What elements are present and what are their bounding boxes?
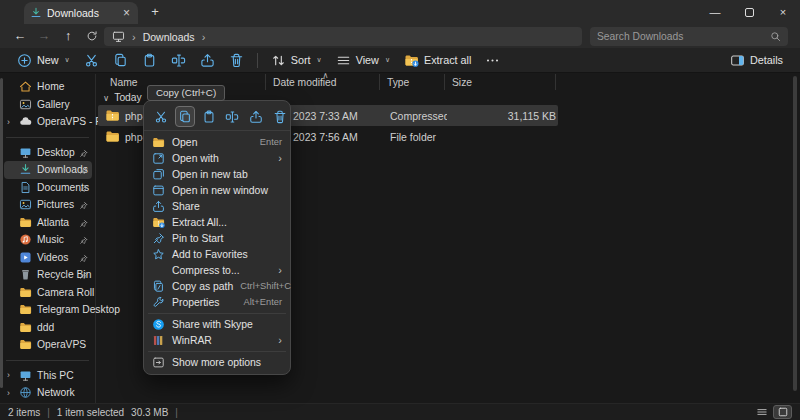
pin-icon [79,235,88,247]
sidebar-item-atlanta[interactable]: Atlanta [4,214,92,232]
quick-action-share[interactable] [246,106,267,127]
window-minimize-button[interactable]: — [698,0,732,24]
back-button[interactable]: ← [8,26,32,46]
menu-item-label: Show more options [172,357,282,368]
sidebar-item-desktop[interactable]: Desktop [4,144,92,162]
paste-button[interactable] [135,49,164,71]
menu-item-label: Share [172,201,282,212]
chevron-right-icon: › [7,388,14,398]
column-header-date-modified[interactable]: Date modified∧ [266,74,380,90]
menu-item-label: Share with Skype [172,319,282,330]
up-button[interactable]: ↑ [56,26,80,46]
copy-button[interactable] [106,49,135,71]
new-tab-button[interactable]: + [146,3,164,21]
tab-bar: Downloads × + —× [0,0,800,24]
sidebar-item-home[interactable]: Home [4,78,92,96]
sidebar-item-pictures[interactable]: Pictures [4,196,92,214]
menu-item-pin-to-start[interactable]: Pin to Start [144,230,290,246]
copy-icon [178,110,192,124]
sidebar-item-camera-roll[interactable]: Camera Roll [4,284,92,302]
menu-item-open-in-new-tab[interactable]: Open in new tab [144,166,290,182]
details-pane-button[interactable]: Details [723,49,790,71]
new-button[interactable]: New∨ [10,49,77,71]
sidebar-item-label: Network [37,387,75,398]
sidebar-item-ddd[interactable]: ddd [4,319,92,337]
sidebar-item-music[interactable]: Music [4,231,92,249]
quick-action-paste[interactable] [198,106,219,127]
gallery-icon [19,98,32,111]
details-view-button[interactable] [752,405,771,419]
file-type-cell: Compressed (zipp.. [382,105,447,126]
breadcrumb-item[interactable]: Downloads [143,31,195,43]
refresh-button[interactable] [80,26,104,46]
sidebar-item-downloads[interactable]: Downloads [4,161,92,179]
rename-button[interactable] [164,49,193,71]
menu-item-winrar[interactable]: WinRAR› [144,332,290,348]
menu-item-share-with-skype[interactable]: Share with Skype [144,316,290,332]
chevron-down-icon: ∨ [385,56,390,64]
folder-icon [19,338,32,351]
menu-item-label: Add to Favorites [172,249,282,260]
quick-action-cut[interactable] [151,106,172,127]
sidebar-item-onedrive[interactable]: ›OperaVPS - Personal [4,113,92,131]
share-button[interactable] [193,49,222,71]
sidebar-item-recycle-bin[interactable]: Recycle Bin [4,266,92,284]
tab-downloads[interactable]: Downloads × [24,2,138,24]
extract-icon [152,216,165,229]
menu-item-open-with[interactable]: Open with› [144,150,290,166]
menu-item-add-to-favorites[interactable]: Add to Favorites [144,246,290,262]
command-bar: New∨Sort∨View∨Extract all Details [0,48,800,73]
sort-button[interactable]: Sort∨ [264,49,329,71]
column-header-size[interactable]: Size [445,74,556,90]
menu-item-show-more-options[interactable]: Show more options [144,354,290,370]
toolbar-label: Extract all [424,54,471,66]
downloads-icon [30,7,42,19]
window-maximize-button[interactable] [732,0,766,24]
window-close-button[interactable]: × [766,0,800,24]
file-pane-scrollbar[interactable] [793,76,797,391]
delete-button[interactable] [222,49,251,71]
paste-icon [142,53,157,68]
sidebar-item-operavps[interactable]: OperaVPS [4,336,92,354]
menu-item-copy-as-path[interactable]: Copy as pathCtrl+Shift+C [144,278,290,294]
sidebar-item-this-pc[interactable]: ›This PC [4,367,92,385]
view-button[interactable]: View∨ [329,49,397,71]
sidebar-item-gallery[interactable]: Gallery [4,96,92,114]
menu-item-label: Open in new tab [172,169,282,180]
folder-icon [19,286,32,299]
menu-item-open-in-new-window[interactable]: Open in new window [144,182,290,198]
quick-action-rename[interactable] [222,106,243,127]
quick-action-delete[interactable] [269,106,290,127]
search-input[interactable] [597,31,770,42]
sidebar-item-videos[interactable]: Videos [4,249,92,267]
items-count: 2 items [8,407,40,418]
extract-all-button[interactable]: Extract all [397,49,478,71]
icons-view-button[interactable] [773,405,792,419]
quick-action-copy[interactable] [175,106,196,127]
menu-item-label: Properties [172,297,237,308]
sidebar-scrollbar[interactable] [0,78,3,388]
menu-item-properties[interactable]: PropertiesAlt+Enter [144,294,290,310]
chevron-down-icon: ∨ [103,93,109,103]
sidebar-item-telegram-desktop[interactable]: Telegram Desktop [4,301,92,319]
menu-item-label: Open with [172,153,271,164]
delete-icon [273,110,287,124]
address-bar[interactable]: ›Downloads› [104,27,582,46]
column-header-type[interactable]: Type [380,74,445,90]
menu-item-open[interactable]: OpenEnter [144,134,290,150]
menu-item-compress-to[interactable]: Compress to...› [144,262,290,278]
sidebar-item-documents[interactable]: Documents [4,179,92,197]
cut-button[interactable] [77,49,106,71]
forward-button[interactable]: → [32,26,56,46]
menu-item-extract-all[interactable]: Extract All... [144,214,290,230]
pin-icon [79,219,88,228]
tab-close-icon[interactable]: × [121,8,132,18]
more-options-button[interactable] [478,49,507,71]
winrar-icon [152,334,165,347]
menu-item-label: Extract All... [172,217,282,228]
sidebar-item-network[interactable]: ›Network [4,384,92,402]
column-label: Size [452,77,472,88]
folder-icon [19,321,32,334]
pin-icon [79,218,88,230]
menu-item-share[interactable]: Share [144,198,290,214]
